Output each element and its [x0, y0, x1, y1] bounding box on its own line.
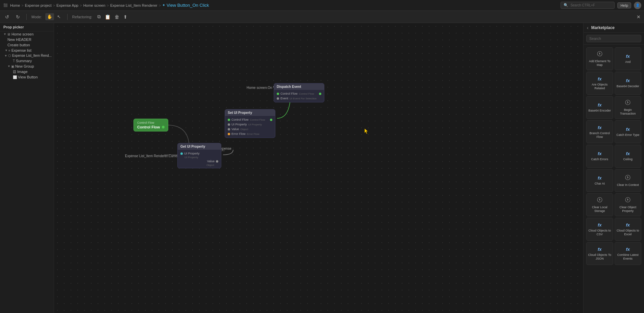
mp-item-branch-control-flow[interactable]: fxBranch Control Flow — [586, 120, 613, 143]
node-de-body: Control Flow Control Flow Event UI Event… — [274, 90, 324, 102]
node-dispatch-event[interactable]: Dispatch Event Control Flow Control Flow… — [274, 83, 324, 102]
marketplace-collapse-button[interactable]: ‹ — [587, 25, 589, 30]
sup-err-sublabel: Error Flow — [247, 133, 259, 136]
marketplace-search-input[interactable] — [586, 35, 641, 42]
de-ev-dot — [277, 97, 279, 100]
sup-ui-dot — [228, 123, 230, 126]
sup-val-dot — [228, 128, 230, 130]
mp-item-begin-transaction[interactable]: Begin Transaction — [615, 96, 642, 119]
help-button[interactable]: Help — [617, 2, 631, 8]
refactoring-group: ⧉ 📋 🗑 ⬆ — [96, 13, 129, 21]
mp-label-base64-decoder: Base64 Decoder — [617, 85, 639, 88]
delete-button[interactable]: 🗑 — [113, 13, 121, 21]
mp-item-and[interactable]: fxAnd — [615, 47, 642, 70]
topbar-right: 🔍 Search CTRL+F Help 👤 — [561, 2, 641, 9]
sidebar-item-new-header[interactable]: New HEADER — [0, 37, 54, 42]
arrow-icon-4: ▼ — [7, 65, 10, 68]
mp-item-char-at[interactable]: fxChar At — [586, 169, 613, 192]
mp-item-ceiling[interactable]: fxCeiling — [615, 145, 642, 168]
mp-item-catch-error-type[interactable]: fxCatch Error Type — [615, 120, 642, 143]
button-icon: ⬜ — [13, 75, 17, 79]
app-icon: ⬛ — [3, 3, 8, 8]
mode-label: Mode: — [31, 15, 42, 19]
gup-port-value: Value — [180, 159, 218, 164]
mp-item-are-objects-related[interactable]: fxAre Objects Related — [586, 72, 613, 95]
sidebar-header: Prop picker — [0, 23, 54, 31]
mp-item-base64-encoder[interactable]: fxBase64 Encoder — [586, 96, 613, 119]
sidebar-item-create-button[interactable]: Create button — [0, 42, 54, 48]
node-control-flow[interactable]: Control Flow Control Flow — [133, 119, 168, 131]
de-port-event: Event UI Event For Selection — [277, 96, 321, 101]
mp-icon-clear-local-storage — [597, 197, 603, 204]
gup-port-ui-property: UI Property — [180, 151, 218, 156]
breadcrumb-app[interactable]: Expense App — [56, 3, 78, 7]
marketplace-header: ‹ Marketplace — [584, 23, 644, 33]
mp-icon-catch-errors: fx — [598, 151, 602, 156]
sidebar-item-new-group[interactable]: ▼ ▣ New Group — [0, 64, 54, 69]
mp-label-are-objects-related: Are Objects Related — [588, 83, 612, 90]
mp-item-clear-object-property[interactable]: Clear Object Property — [615, 193, 642, 216]
mp-icon-catch-error-type: fx — [626, 127, 630, 132]
mp-item-cloud-objects-to-csv[interactable]: fxCloud Objects to CSV — [586, 218, 613, 241]
mp-icon-ceiling: fx — [626, 151, 630, 156]
mp-item-combine-latest-events[interactable]: fxCombine Latest Events — [615, 242, 642, 265]
mp-item-cloud-objects-to-json[interactable]: fxCloud Objects To JSON — [586, 242, 613, 265]
sidebar-item-summary[interactable]: T Summary — [0, 58, 54, 64]
mode-hand-button[interactable]: ✋ — [45, 13, 54, 20]
node-gup-body: UI Property UI Property Value Object — [178, 150, 221, 168]
mp-label-clear-local-storage: Clear Local Storage — [588, 206, 612, 213]
sidebar-item-expense-renderer[interactable]: ▼ ⬡ Expense List_Item Rend... — [0, 53, 54, 58]
node-get-ui-property[interactable]: Get UI Property UI Property UI Property … — [177, 143, 221, 168]
node-set-ui-property[interactable]: Set UI Property Control Flow Control Flo… — [225, 109, 275, 138]
mp-icon-cloud-objects-to-excel: fx — [626, 222, 630, 227]
mp-icon-begin-transaction — [625, 99, 631, 107]
mp-item-cloud-objects-to-excel[interactable]: fxCloud Objects to Excel — [615, 218, 642, 241]
image-icon: 🖼 — [13, 70, 16, 74]
mp-item-clear-local-storage[interactable]: Clear Local Storage — [586, 193, 613, 216]
mp-label-base64-encoder: Base64 Encoder — [588, 109, 611, 113]
gup-ui-dot — [180, 152, 183, 155]
avatar[interactable]: 👤 — [634, 2, 641, 9]
mp-icon-and: fx — [626, 54, 630, 59]
export-button[interactable]: ⬆ — [122, 13, 129, 21]
sup-ui-sublabel: UI Property — [248, 123, 262, 126]
sup-port-cf-in: Control Flow Control Flow — [228, 117, 272, 122]
mp-icon-add-element-to-map — [597, 51, 603, 58]
mp-label-catch-error-type: Catch Error Type — [616, 133, 639, 137]
refactoring-label: Refactoring: — [72, 15, 92, 19]
mp-item-add-element-to-map[interactable]: Add Element To Map — [586, 47, 613, 70]
sidebar-item-expense-list[interactable]: ▼ ≡ Expense list — [0, 48, 54, 53]
mp-icon-are-objects-related: fx — [598, 76, 602, 81]
copy-button[interactable]: ⧉ — [96, 13, 102, 21]
sidebar: Prop picker ▼ 🖥 Home screen New HEADER C… — [0, 23, 54, 313]
panel-close-button[interactable]: ✕ — [637, 14, 641, 20]
marketplace-grid: Add Element To MapfxAndfxAre Objects Rel… — [584, 45, 644, 313]
redo-button[interactable]: ↻ — [14, 13, 22, 21]
mp-item-clear-in-context[interactable]: Clear In Context — [615, 169, 642, 192]
breadcrumb-project[interactable]: Expense project — [25, 3, 52, 7]
global-search[interactable]: 🔍 Search CTRL+F — [561, 2, 615, 9]
sup-cf-in-label: Control Flow — [231, 118, 249, 121]
sup-cf-out-dot — [270, 119, 272, 121]
canvas[interactable]: Control Flow Control Flow Home screen.Se… — [54, 23, 583, 313]
node-cf-title: Control Flow — [137, 125, 160, 129]
sidebar-item-home-screen[interactable]: ▼ 🖥 Home screen — [0, 31, 54, 37]
sidebar-item-view-button[interactable]: ⬜ View Button — [0, 74, 54, 80]
sup-err-label: Error Flow — [231, 132, 246, 136]
mp-item-catch-errors[interactable]: fxCatch Errors — [586, 145, 613, 168]
undo-button[interactable]: ↺ — [3, 13, 11, 21]
gup-ui-label: UI Property — [184, 152, 200, 155]
mode-group: ✋ ↖ — [45, 13, 63, 20]
topbar: ⬛ Home > Expense project > Expense App >… — [0, 0, 644, 11]
sup-val-sublabel: Object — [240, 128, 248, 131]
mode-pointer-button[interactable]: ↖ — [55, 13, 63, 20]
breadcrumb-home[interactable]: Home — [10, 3, 20, 7]
toolbar-separator-2 — [67, 14, 68, 20]
breadcrumb-renderer[interactable]: Expense List_Item Renderer — [110, 3, 157, 7]
sup-err-dot — [228, 133, 230, 135]
breadcrumb-screen[interactable]: Home screen — [83, 3, 105, 7]
text-icon: T — [13, 59, 15, 63]
paste-button[interactable]: 📋 — [103, 13, 112, 21]
sidebar-item-image[interactable]: 🖼 Image — [0, 69, 54, 74]
mp-item-base64-decoder[interactable]: fxBase64 Decoder — [615, 72, 642, 95]
